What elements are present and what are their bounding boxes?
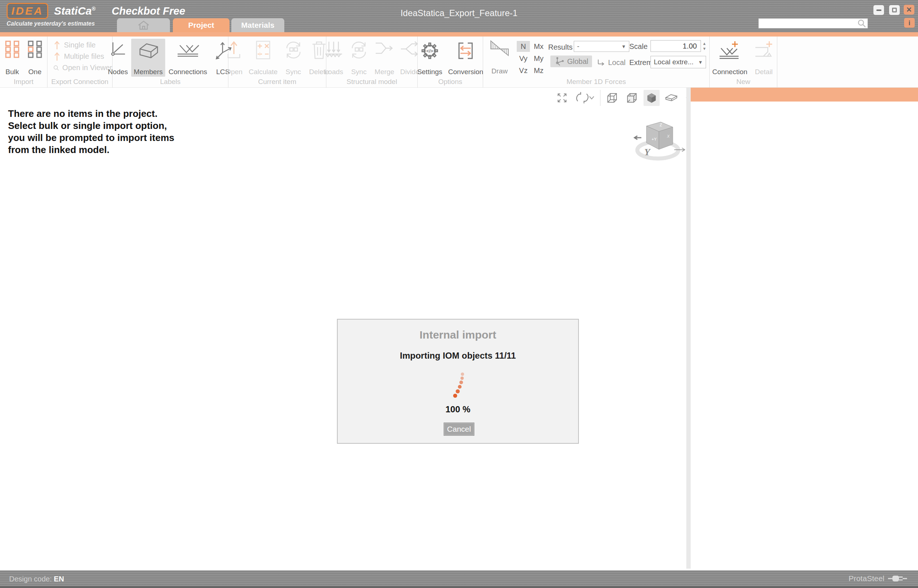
- clip-plane-view-button[interactable]: [663, 90, 679, 106]
- merge-button[interactable]: Merge: [372, 39, 397, 77]
- bulk-grid-icon: [4, 40, 21, 58]
- sync-icon: [349, 40, 369, 60]
- fit-view-button[interactable]: [554, 90, 570, 106]
- local-coords-button[interactable]: Local: [593, 57, 629, 68]
- clip-plane-icon: [665, 93, 678, 103]
- info-button[interactable]: i: [904, 18, 915, 28]
- viewport-toolbar: [554, 89, 699, 106]
- tab-project[interactable]: Project: [173, 18, 230, 32]
- draw-forces-button[interactable]: Draw: [487, 38, 512, 76]
- rotate-icon: [576, 92, 589, 104]
- chevron-down-icon: ▼: [698, 60, 703, 65]
- design-code: Design code: EN: [9, 575, 64, 583]
- scale-label: Scale: [629, 42, 648, 51]
- sync-model-button[interactable]: Sync: [346, 39, 371, 77]
- panel-splitter[interactable]: [686, 88, 691, 569]
- progress-percent: 100 %: [338, 404, 578, 415]
- extreme-dropdown[interactable]: Local extre... ▼: [651, 56, 706, 68]
- new-detail-icon: [753, 40, 774, 61]
- chevron-down-icon: [589, 96, 594, 100]
- window-title: IdeaStatica_Export_Feature-1: [0, 8, 918, 18]
- home-icon: [138, 20, 150, 30]
- minimize-button[interactable]: [873, 5, 884, 15]
- ribbon-group-new: Connection Detail: [710, 37, 777, 88]
- one-import-button[interactable]: One: [24, 39, 46, 77]
- plugin-status: ProtaSteel: [848, 574, 907, 583]
- minimize-icon: [876, 10, 881, 11]
- sync-item-button[interactable]: Sync: [281, 39, 306, 77]
- dialog-message: Importing IOM objects 11/11: [338, 351, 578, 361]
- solid-cube-icon: [646, 92, 657, 104]
- rotate-view-button[interactable]: [574, 90, 596, 106]
- chevron-down-icon: ▼: [621, 44, 626, 49]
- svg-text:X: X: [667, 134, 670, 139]
- close-button[interactable]: ✕: [904, 5, 914, 15]
- viewport-canvas[interactable]: There are no items in the project. Selec…: [0, 88, 686, 569]
- spinner-down-icon[interactable]: ▼: [703, 47, 706, 50]
- toolbar-separator: [600, 90, 601, 106]
- new-connection-button[interactable]: Connection: [710, 39, 750, 77]
- ribbon: Bulk One Import: [0, 37, 918, 88]
- open-in-viewer-button[interactable]: Open in Viewer: [47, 62, 112, 73]
- navigation-cube[interactable]: Y Z +Y X: [630, 115, 685, 165]
- cancel-button[interactable]: Cancel: [444, 423, 474, 436]
- member-beam-icon: [137, 40, 160, 61]
- force-diagram-icon: [489, 39, 510, 57]
- design-code-value: EN: [54, 575, 64, 583]
- open-arrow-icon: [225, 40, 243, 60]
- gear-code-icon: </>: [420, 40, 440, 61]
- results-dropdown[interactable]: - ▼: [574, 41, 629, 52]
- wireframe-view-button[interactable]: [604, 90, 620, 106]
- ribbon-group-options: </> Settings Conv: [418, 37, 483, 88]
- ribbon-filler: [777, 37, 918, 88]
- solid-view-button[interactable]: [644, 90, 660, 106]
- status-bar: Design code: EN ProtaSteel: [0, 570, 918, 588]
- new-connection-icon: [718, 40, 742, 61]
- accent-strip: [0, 32, 918, 37]
- calculate-button[interactable]: Calculate: [246, 39, 280, 77]
- close-icon: ✕: [906, 6, 912, 13]
- global-axes-icon: [554, 57, 564, 66]
- global-coords-button[interactable]: Global: [550, 55, 592, 67]
- moment-Mz-toggle[interactable]: Mz: [532, 65, 545, 76]
- spinner-up-icon[interactable]: ▲: [703, 42, 706, 45]
- force-N-toggle[interactable]: N: [517, 41, 530, 52]
- single-file-button[interactable]: Single file: [47, 39, 112, 51]
- members-button[interactable]: Members: [131, 39, 165, 77]
- multiple-files-button[interactable]: Multiple files: [47, 51, 112, 62]
- ribbon-group-current-item: Open Calculate: [228, 37, 326, 88]
- info-icon: i: [908, 20, 910, 26]
- connection-weld-icon: [176, 40, 199, 61]
- maximize-button[interactable]: [889, 5, 900, 15]
- right-panel-header: [691, 88, 918, 102]
- ribbon-group-member-1d-forces: Draw N Vy Vz Mx My Mz Result: [483, 37, 710, 88]
- local-axes-icon: [596, 59, 605, 67]
- force-Vz-toggle[interactable]: Vz: [517, 65, 530, 76]
- force-Vy-toggle[interactable]: Vy: [517, 53, 530, 64]
- settings-button[interactable]: </> Settings: [415, 39, 445, 77]
- tab-materials[interactable]: Materials: [232, 18, 284, 32]
- conversion-button[interactable]: Conversion: [445, 39, 486, 77]
- fit-view-icon: [556, 92, 568, 104]
- progress-spinner-icon: [452, 373, 467, 399]
- new-detail-button[interactable]: Detail: [751, 39, 777, 77]
- loads-button[interactable]: Loads: [322, 39, 346, 77]
- search-input[interactable]: [759, 19, 857, 28]
- moment-Mx-toggle[interactable]: Mx: [532, 41, 545, 52]
- search-icon: [857, 19, 866, 28]
- connections-button[interactable]: Connections: [166, 39, 210, 77]
- maximize-icon: [892, 8, 897, 13]
- scale-spinner[interactable]: ▲ ▼: [703, 40, 706, 52]
- svg-text:</>: </>: [426, 48, 434, 54]
- loads-icon: [324, 40, 343, 60]
- plug-icon: [888, 574, 907, 583]
- bulk-import-button[interactable]: Bulk: [2, 39, 23, 77]
- moment-My-toggle[interactable]: My: [532, 53, 545, 64]
- hidden-line-view-button[interactable]: [624, 90, 640, 106]
- scale-input[interactable]: [651, 40, 701, 52]
- one-grid-icon: [27, 40, 44, 58]
- empty-project-message: There are no items in the project. Selec…: [8, 108, 183, 156]
- nodes-button[interactable]: Nodes: [105, 39, 131, 77]
- open-item-button[interactable]: Open: [223, 39, 245, 77]
- tab-home[interactable]: [117, 18, 170, 32]
